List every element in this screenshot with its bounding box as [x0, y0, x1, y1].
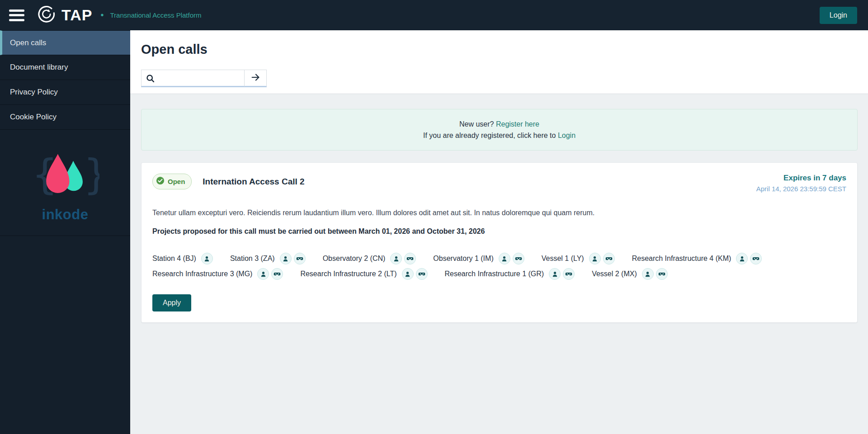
- person-icon: [552, 271, 558, 278]
- inkode-logo-text: inkode: [42, 207, 89, 223]
- infrastructure-item: Station 3 (ZA): [230, 253, 306, 264]
- status-badge-label: Open: [168, 178, 185, 185]
- sidebar-item-cookie-policy[interactable]: Cookie Policy: [0, 105, 130, 130]
- search-submit-button[interactable]: [244, 70, 267, 87]
- banner-line-1: New user? Register here: [459, 120, 539, 128]
- infrastructure-item: Research Infrastructure 3 (MG): [152, 268, 283, 280]
- login-button[interactable]: Login: [820, 7, 857, 24]
- search-input[interactable]: [141, 70, 244, 87]
- goggles-icon: [274, 270, 281, 278]
- physical-access-chip: [280, 253, 292, 264]
- expires-label: Expires in 7 days: [756, 174, 846, 183]
- inkode-drops-icon: { }: [31, 149, 99, 204]
- infrastructure-name: Observatory 2 (CN): [323, 255, 386, 263]
- infrastructure-name: Vessel 1 (LY): [542, 255, 584, 263]
- goggles-icon: [752, 255, 760, 262]
- person-icon: [501, 255, 508, 262]
- infrastructure-name: Research Infrastructure 3 (MG): [152, 270, 252, 278]
- goggles-icon: [296, 255, 303, 262]
- search-icon: [146, 74, 155, 85]
- svg-text:}: }: [83, 150, 99, 198]
- content-area: New user? Register here If you are alrea…: [130, 94, 868, 434]
- hamburger-menu-icon[interactable]: [9, 9, 24, 21]
- call-period-note: Projects proposed for this call must be …: [152, 227, 846, 236]
- person-icon: [644, 271, 651, 278]
- infrastructure-name: Vessel 2 (MX): [592, 270, 637, 278]
- physical-access-chip: [402, 268, 414, 280]
- remote-access-chip: [294, 253, 306, 264]
- physical-access-chip: [549, 268, 561, 280]
- infrastructure-item: Observatory 2 (CN): [323, 253, 416, 264]
- infrastructure-item: Research Infrastructure 2 (LT): [300, 268, 427, 280]
- physical-access-chip: [499, 253, 510, 264]
- brand-subtitle: Transnational Access Platform: [110, 11, 202, 19]
- sidebar-item-label: Document library: [10, 63, 68, 72]
- infrastructure-item: Vessel 2 (MX): [592, 268, 668, 280]
- remote-access-chip: [603, 253, 615, 264]
- inkode-logo: { } inkode: [0, 149, 130, 236]
- tap-logo-icon: [37, 5, 56, 26]
- infrastructure-name: Research Infrastructure 4 (KM): [632, 255, 731, 263]
- remote-access-chip: [563, 268, 575, 280]
- registration-banner: New user? Register here If you are alrea…: [141, 109, 858, 151]
- infrastructure-list: Station 4 (BJ) Station 3 (ZA) Observator…: [152, 253, 846, 280]
- person-icon: [739, 255, 745, 262]
- main-content: Open calls: [130, 30, 868, 434]
- apply-button[interactable]: Apply: [152, 294, 191, 311]
- infrastructure-item: Observatory 1 (IM): [433, 253, 524, 264]
- infrastructure-name: Observatory 1 (IM): [433, 255, 493, 263]
- person-icon: [393, 255, 400, 262]
- brand-logo[interactable]: TAP • Transnational Access Platform: [37, 5, 202, 26]
- sidebar: Open callsDocument libraryPrivacy Policy…: [0, 30, 130, 434]
- check-circle-icon: [156, 176, 165, 187]
- infrastructure-name: Station 4 (BJ): [152, 255, 196, 263]
- person-icon: [282, 255, 289, 262]
- call-expiry: Expires in 7 days April 14, 2026 23:59:5…: [756, 174, 846, 193]
- login-link[interactable]: Login: [558, 132, 576, 139]
- remote-access-chip: [271, 268, 283, 280]
- physical-access-chip: [736, 253, 748, 264]
- remote-access-chip: [750, 253, 762, 264]
- status-badge: Open: [152, 174, 192, 189]
- infrastructure-item: Station 4 (BJ): [152, 253, 213, 264]
- arrow-right-icon: [250, 72, 260, 84]
- goggles-icon: [515, 255, 522, 262]
- person-icon: [404, 271, 411, 278]
- sidebar-item-privacy-policy[interactable]: Privacy Policy: [0, 80, 130, 105]
- physical-access-chip: [589, 253, 601, 264]
- remote-access-chip: [513, 253, 524, 264]
- sidebar-item-document-library[interactable]: Document library: [0, 55, 130, 80]
- sidebar-nav: Open callsDocument libraryPrivacy Policy…: [0, 30, 130, 130]
- brand-name: TAP: [61, 6, 92, 24]
- physical-access-chip: [390, 253, 402, 264]
- expires-date: April 14, 2026 23:59:59 CEST: [756, 185, 846, 193]
- app-header: TAP • Transnational Access Platform Logi…: [0, 0, 868, 30]
- infrastructure-item: Vessel 1 (LY): [542, 253, 615, 264]
- banner-line2-text: If you are already registered, click her…: [423, 132, 556, 139]
- person-icon: [591, 255, 598, 262]
- infrastructure-name: Research Infrastructure 1 (GR): [445, 270, 544, 278]
- person-icon: [260, 271, 267, 278]
- search-group: [141, 70, 267, 87]
- remote-access-chip: [656, 268, 668, 280]
- call-title: Internation Access Call 2: [203, 177, 304, 187]
- call-description: Tenetur ullam excepturi vero. Reiciendis…: [152, 209, 846, 217]
- sidebar-item-open-calls[interactable]: Open calls: [0, 30, 130, 55]
- infrastructure-name: Station 3 (ZA): [230, 255, 275, 263]
- page-title: Open calls: [141, 42, 857, 57]
- infrastructure-name: Research Infrastructure 2 (LT): [300, 270, 396, 278]
- call-card: Open Internation Access Call 2 Expires i…: [141, 162, 858, 323]
- goggles-icon: [406, 255, 414, 262]
- physical-access-chip: [201, 253, 213, 264]
- infrastructure-item: Research Infrastructure 1 (GR): [445, 268, 575, 280]
- physical-access-chip: [257, 268, 269, 280]
- infrastructure-item: Research Infrastructure 4 (KM): [632, 253, 762, 264]
- remote-access-chip: [404, 253, 416, 264]
- physical-access-chip: [642, 268, 654, 280]
- register-link[interactable]: Register here: [496, 120, 539, 128]
- brand-separator: •: [100, 10, 104, 20]
- sidebar-item-label: Cookie Policy: [10, 113, 57, 122]
- goggles-icon: [418, 270, 425, 278]
- goggles-icon: [605, 255, 613, 262]
- banner-line1-text: New user?: [459, 120, 494, 128]
